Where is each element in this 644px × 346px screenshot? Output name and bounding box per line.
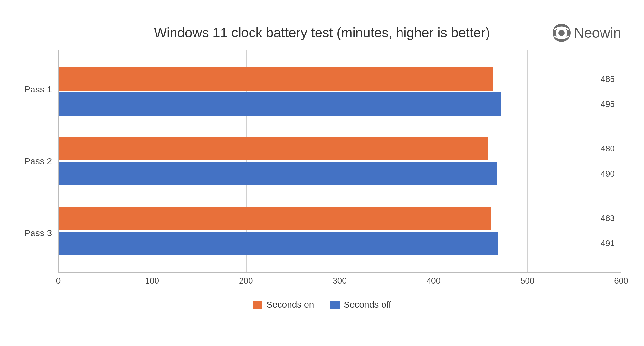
- bar-label-pass2-off: 490: [601, 169, 615, 179]
- bar-label-pass3-on: 483: [601, 213, 615, 223]
- x-axis-labels: 0 100 200 300 400 500 600: [58, 273, 621, 289]
- legend-item-seconds-on: Seconds on: [253, 300, 314, 310]
- legend-color-seconds-on: [253, 301, 262, 309]
- y-axis-labels: Pass 1 Pass 2 Pass 3: [23, 50, 58, 289]
- bar-pass2-seconds-on: [59, 137, 488, 160]
- bar-row-pass1-on: 486: [59, 67, 595, 91]
- bar-group-pass2: 480 490: [59, 137, 595, 185]
- chart-area: 486 495 480: [58, 50, 621, 289]
- chart-container: Windows 11 clock battery test (minutes, …: [16, 15, 628, 331]
- svg-point-2: [558, 30, 565, 36]
- neowin-logo: Neowin: [552, 23, 621, 43]
- bar-row-pass2-off: 490: [59, 162, 595, 185]
- chart-title-area: Windows 11 clock battery test (minutes, …: [23, 25, 621, 41]
- x-label-100: 100: [145, 276, 159, 286]
- legend-color-seconds-off: [330, 301, 340, 309]
- x-label-200: 200: [239, 276, 253, 286]
- bar-pass1-seconds-off: [59, 92, 501, 116]
- x-label-500: 500: [520, 276, 534, 286]
- y-label-pass1: Pass 1: [24, 84, 52, 95]
- bar-pass3-seconds-on: [59, 207, 491, 230]
- bars-container: 486 495 480: [59, 50, 621, 272]
- bar-row-pass1-off: 495: [59, 92, 595, 116]
- legend: Seconds on Seconds off: [23, 295, 621, 314]
- bar-pass3-seconds-off: [59, 232, 498, 255]
- y-label-pass2: Pass 2: [24, 156, 52, 167]
- grid-line-600: [621, 50, 621, 272]
- bar-group-pass3: 483 491: [59, 207, 595, 255]
- x-label-600: 600: [614, 276, 628, 286]
- neowin-text: Neowin: [574, 25, 621, 41]
- bar-group-pass1: 486 495: [59, 67, 595, 116]
- x-label-300: 300: [333, 276, 346, 286]
- chart-body: Pass 1 Pass 2 Pass 3: [23, 50, 621, 289]
- bar-label-pass3-off: 491: [601, 238, 615, 248]
- grid-and-bars: 486 495 480: [58, 50, 621, 273]
- bar-pass2-seconds-off: [59, 162, 497, 185]
- bar-row-pass3-off: 491: [59, 232, 595, 255]
- bar-pass1-seconds-on: [59, 67, 493, 91]
- legend-item-seconds-off: Seconds off: [330, 300, 391, 310]
- chart-title: Windows 11 clock battery test (minutes, …: [154, 25, 490, 41]
- legend-label-seconds-on: Seconds on: [266, 300, 314, 310]
- legend-label-seconds-off: Seconds off: [344, 300, 391, 310]
- bar-row-pass3-on: 483: [59, 207, 595, 230]
- x-label-400: 400: [427, 276, 440, 286]
- neowin-icon: [552, 23, 571, 43]
- x-label-0: 0: [56, 276, 61, 286]
- bar-label-pass1-off: 495: [601, 99, 615, 109]
- y-label-pass3: Pass 3: [24, 228, 52, 238]
- bar-label-pass2-on: 480: [601, 144, 615, 154]
- bar-label-pass1-on: 486: [601, 74, 615, 84]
- bar-row-pass2-on: 480: [59, 137, 595, 160]
